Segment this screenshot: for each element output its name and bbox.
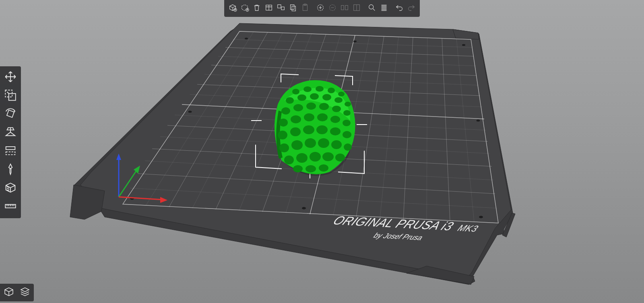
svg-line-12 <box>403 37 413 219</box>
scale-tool-button[interactable] <box>2 87 19 105</box>
paint-supports-button[interactable] <box>2 161 19 179</box>
svg-rect-99 <box>278 5 281 8</box>
split-objects-icon <box>340 3 349 14</box>
svg-point-55 <box>316 86 324 92</box>
svg-point-79 <box>316 125 328 134</box>
svg-line-22 <box>146 32 254 206</box>
svg-line-7 <box>169 32 268 207</box>
svg-marker-45 <box>116 154 121 160</box>
svg-point-87 <box>344 143 352 151</box>
svg-line-13 <box>442 38 450 221</box>
search-button[interactable] <box>366 2 378 14</box>
add-part-button[interactable] <box>239 2 251 14</box>
place-face-icon <box>4 125 17 141</box>
split-objects-button <box>339 2 351 14</box>
scale-icon <box>4 88 17 104</box>
cut-plane-icon <box>4 144 17 159</box>
grid-lines-h <box>138 47 495 194</box>
svg-line-20 <box>145 161 493 180</box>
split-parts-icon <box>352 3 361 14</box>
svg-line-8 <box>216 33 297 209</box>
svg-marker-32 <box>502 213 515 237</box>
svg-line-17 <box>190 94 482 107</box>
copy-button[interactable] <box>287 2 299 14</box>
svg-line-4 <box>167 125 488 141</box>
svg-text:ORIGINAL PRUSA i3
      MK3: ORIGINAL PRUSA i3 MK3 <box>330 214 482 234</box>
split-parts-button <box>351 2 363 14</box>
svg-marker-31 <box>407 266 474 285</box>
grid-border <box>123 31 498 223</box>
variable-layer-button[interactable] <box>378 2 390 14</box>
svg-line-15 <box>218 56 475 66</box>
delete-button[interactable] <box>251 2 263 14</box>
svg-line-25 <box>286 35 341 213</box>
build-plate-top[interactable] <box>80 23 511 278</box>
move-tool-button[interactable] <box>2 69 19 86</box>
rotate-tool-button[interactable] <box>2 106 19 123</box>
svg-marker-47 <box>134 166 140 174</box>
svg-point-95 <box>319 164 328 172</box>
svg-rect-108 <box>345 6 348 10</box>
bed-branding: ORIGINAL PRUSA i3 MK3 by Josef Prusa <box>324 214 482 244</box>
svg-point-93 <box>293 165 303 172</box>
svg-line-21 <box>130 188 497 208</box>
place-on-face-button[interactable] <box>2 124 19 142</box>
svg-line-9 <box>262 34 326 212</box>
svg-line-23 <box>192 33 283 208</box>
arrange-button[interactable] <box>275 2 287 14</box>
brush-icon <box>4 162 17 178</box>
svg-point-33 <box>130 197 134 200</box>
grid-lines-v <box>169 32 450 221</box>
svg-point-82 <box>279 143 289 152</box>
svg-line-6 <box>138 174 495 194</box>
svg-point-67 <box>319 103 329 110</box>
svg-point-90 <box>310 152 321 162</box>
search-icon <box>367 3 376 14</box>
svg-point-59 <box>297 94 306 101</box>
build-plate-side <box>74 25 513 285</box>
svg-point-34 <box>302 207 306 209</box>
seam-painting-button[interactable] <box>2 180 19 197</box>
hatched-cube-icon <box>4 181 17 196</box>
svg-point-89 <box>296 153 308 163</box>
svg-point-38 <box>245 38 248 39</box>
editor-view-button[interactable] <box>2 285 16 300</box>
svg-point-62 <box>334 97 343 103</box>
build-plate-notch <box>453 29 479 39</box>
layer-lines-icon <box>380 3 388 14</box>
model-holes <box>278 86 352 172</box>
svg-line-28 <box>427 38 427 220</box>
preview-view-button[interactable] <box>18 285 32 300</box>
svg-point-72 <box>304 113 314 121</box>
add-object-button[interactable] <box>227 2 239 14</box>
svg-point-69 <box>343 110 351 116</box>
svg-point-73 <box>317 113 328 121</box>
calibration-points <box>130 38 483 218</box>
viewport-3d: ORIGINAL PRUSA i3 MK3 by Josef Prusa <box>0 0 644 303</box>
svg-point-91 <box>322 152 334 161</box>
dashed-cube-plus-icon <box>240 3 249 14</box>
redo-icon <box>407 3 416 14</box>
rotate-icon <box>4 107 17 122</box>
svg-point-36 <box>188 111 192 113</box>
axis-gizmo <box>116 154 167 203</box>
cube-plus-icon <box>228 3 237 14</box>
svg-line-11 <box>356 36 384 217</box>
model-object[interactable] <box>275 80 355 176</box>
svg-point-86 <box>331 140 342 149</box>
svg-point-70 <box>279 119 288 127</box>
arrange-icon <box>277 3 285 14</box>
measure-tool-button[interactable] <box>2 198 19 216</box>
cut-tool-button[interactable] <box>2 143 19 160</box>
svg-point-68 <box>332 106 341 112</box>
remove-instance-button <box>326 2 339 14</box>
layer-stack-icon <box>19 286 31 299</box>
svg-marker-30 <box>70 185 105 219</box>
undo-button[interactable] <box>393 2 405 14</box>
svg-line-1 <box>211 65 477 76</box>
delete-all-button[interactable] <box>263 2 275 14</box>
svg-line-16 <box>204 74 478 85</box>
svg-point-37 <box>477 120 480 122</box>
svg-point-53 <box>292 89 299 94</box>
add-instance-button[interactable] <box>314 2 326 14</box>
